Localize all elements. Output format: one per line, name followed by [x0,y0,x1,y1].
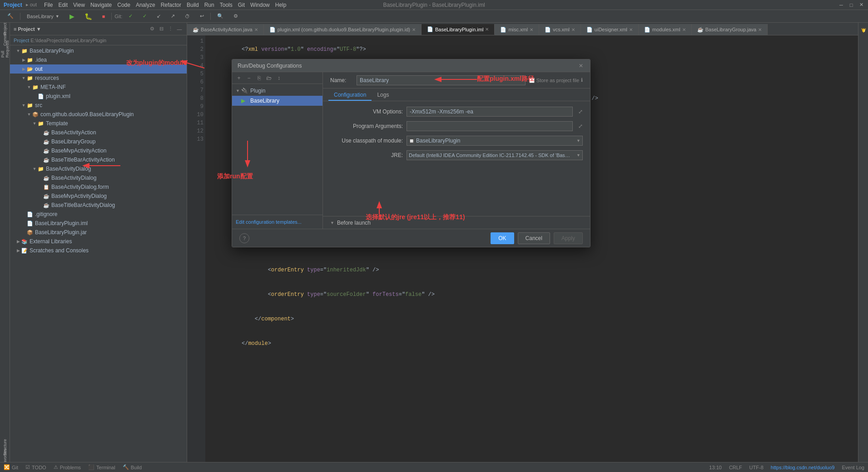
tree-item-gitignore[interactable]: ▶ 📄 .gitignore [10,210,187,219]
tab-configuration[interactable]: Configuration [328,90,372,101]
status-git[interactable]: 🔀 Git [4,464,18,470]
tree-item-dialog[interactable]: ▼ 📁 BaseActivityDialog [10,164,187,173]
dialog-close-button[interactable]: ✕ [577,62,585,69]
menu-edit[interactable]: Edit [58,2,68,8]
tab-close[interactable]: ✕ [412,27,416,32]
project-tool-close[interactable]: — [176,25,183,33]
ok-button[interactable]: OK [491,232,514,244]
sort-config-button[interactable]: ↕ [275,74,283,82]
tree-item-src[interactable]: ▼ 📁 src [10,101,187,110]
tree-item-iml[interactable]: ▶ 📄 BaseLibraryPlugin.iml [10,219,187,228]
cancel-button[interactable]: Cancel [518,232,550,244]
menu-git[interactable]: Git [238,2,245,8]
tab-logs[interactable]: Logs [372,90,394,101]
toolbar-run-config-selector[interactable]: BaseLibrary ▼ [23,11,63,21]
menu-file[interactable]: File [44,2,53,8]
help-button[interactable]: ? [239,233,249,243]
tree-item-root[interactable]: ▼ 📁 BaseLibraryPlugin [10,46,187,55]
module-select[interactable]: 🔲 BaseLibraryPlugin ▼ [407,136,583,146]
close-button[interactable]: ✕ [858,2,864,8]
tab-baselibrary-group[interactable]: ☕ BaseLibraryGroup.java ✕ [692,24,768,35]
tree-item-out[interactable]: ▶ 📂 out [10,64,187,74]
remove-config-button[interactable]: − [245,74,253,82]
tab-uidesigner[interactable]: 📄 uiDesigner.xml ✕ [581,24,639,35]
tree-item-idea[interactable]: ▶ 📁 .idea [10,55,187,64]
tab-plugin-xml[interactable]: 📄 plugin.xml (com.github.duoluo9.BaseLib… [264,24,422,35]
tree-item-plugin-xml[interactable]: ▶ 📄 plugin.xml [10,92,187,101]
tab-close[interactable]: ✕ [254,27,258,32]
tab-misc-xml[interactable]: 📄 misc.xml ✕ [495,24,539,35]
menu-help[interactable]: Help [275,2,287,8]
move-config-button[interactable]: 🗁 [265,74,273,82]
tree-item-external-libs[interactable]: ▶ 📚 External Libraries [10,237,187,246]
vm-options-input[interactable] [407,107,573,117]
tree-item-dialog-java[interactable]: ▶ ☕ BaseActivityDialog [10,173,187,182]
toolbar-build-btn[interactable]: 🔨 [4,11,17,21]
tree-item-dialog-title[interactable]: ▶ ☕ BaseTitleBarActivityDialog [10,201,187,210]
status-build[interactable]: 🔨 Build [123,464,142,470]
project-tool-dots[interactable]: ⋮ [167,25,174,33]
tab-close[interactable]: ✕ [571,27,575,32]
config-category-plugin[interactable]: ▼ 🔌 Plugin [232,86,322,96]
name-input[interactable]: BaseLibrary [357,75,526,85]
crlf-status[interactable]: CRLF [729,465,742,470]
git-checkmark2[interactable]: ✓ [139,11,150,21]
tab-close[interactable]: ✕ [758,27,762,32]
url-status[interactable]: https://blog.csdn.net/duoluo9 [771,465,835,470]
run-button[interactable]: ▶ [66,11,78,21]
git-revert[interactable]: ↩ [196,11,208,21]
minimize-button[interactable]: ─ [838,2,844,8]
menu-code[interactable]: Code [117,2,130,8]
tree-item-dialog-form[interactable]: ▶ 📋 BaseActivityDialog.form [10,182,187,192]
tab-close[interactable]: ✕ [530,27,533,32]
tab-close[interactable]: ✕ [682,27,686,32]
debug-button[interactable]: 🐛 [81,11,96,21]
tree-item-resources[interactable]: ▼ 📁 resources [10,74,187,83]
tab-iml[interactable]: 📄 BaseLibraryPlugin.iml ✕ [422,24,495,35]
jre-select[interactable]: Default (IntelliJ IDEA Community Edition… [407,150,583,160]
sidebar-favorites-icon[interactable]: Favorites [0,453,10,462]
git-update[interactable]: ↙ [153,11,164,21]
stop-button[interactable]: ■ [99,11,109,21]
menu-view[interactable]: View [73,2,85,8]
settings-btn[interactable]: ⚙ [230,11,242,21]
git-push[interactable]: ↗ [167,11,179,21]
tree-item-baselibrary-group[interactable]: ▶ ☕ BaseLibraryGroup [10,137,187,146]
maximize-button[interactable]: □ [848,2,854,8]
status-terminal[interactable]: ⬛ Terminal [88,464,115,470]
add-config-button[interactable]: + [235,74,243,82]
tree-item-meta-inf[interactable]: ▼ 📁 META-INF [10,83,187,92]
tree-item-dialog-mvp[interactable]: ▶ ☕ BaseMvpActivityDialog [10,192,187,201]
tree-item-jar[interactable]: ▶ 📦 BaseLibraryPlugin.jar [10,228,187,237]
config-item-baselibrary[interactable]: ▶ ▶ BaseLibrary [232,96,322,106]
tab-close[interactable]: ✕ [629,27,633,32]
status-problems[interactable]: ⚠ Problems [54,464,81,470]
tree-item-package[interactable]: ▼ 📦 com.github.duoluo9.BaseLibraryPlugin [10,110,187,119]
tree-item-basetitle[interactable]: ▶ ☕ BaseTitleBarActivityAction [10,155,187,164]
git-history[interactable]: ⏱ [181,11,193,21]
notifications-icon[interactable]: 🔔 [861,25,866,37]
tab-modules-xml[interactable]: 📄 modules.xml ✕ [639,24,692,35]
menu-window[interactable]: Window [250,2,270,8]
program-args-input[interactable] [407,121,573,131]
apply-button[interactable]: Apply [554,232,583,244]
before-launch-arrow[interactable]: ▼ [330,221,334,225]
store-as-project-checkbox[interactable] [529,78,535,83]
menu-refactor[interactable]: Refactor [161,2,181,8]
search-everywhere-btn[interactable]: 🔍 [213,11,227,21]
charset-status[interactable]: UTF-8 [749,465,764,470]
tree-item-basemvp[interactable]: ▶ ☕ BaseMvpActivityAction [10,146,187,155]
tree-item-template[interactable]: ▼ 📁 Template [10,119,187,128]
project-tool-collapse[interactable]: ⊟ [158,25,165,33]
menu-run[interactable]: Run [204,2,214,8]
edit-templates-link[interactable]: Edit configuration templates... [236,219,302,225]
vm-options-expand[interactable]: ⤢ [578,108,583,115]
status-todo[interactable]: ☑ TODO [25,464,46,470]
menu-analyze[interactable]: Analyze [136,2,155,8]
tree-item-scratches[interactable]: ▶ 📝 Scratches and Consoles [10,246,187,255]
menu-build[interactable]: Build [187,2,199,8]
tree-item-baseactivity[interactable]: ▶ ☕ BaseActivityAction [10,128,187,137]
event-log-status[interactable]: Event Log [842,465,864,470]
sidebar-pull-requests-icon[interactable]: Pull Requests [0,44,10,54]
project-tool-settings[interactable]: ⚙ [149,25,156,33]
